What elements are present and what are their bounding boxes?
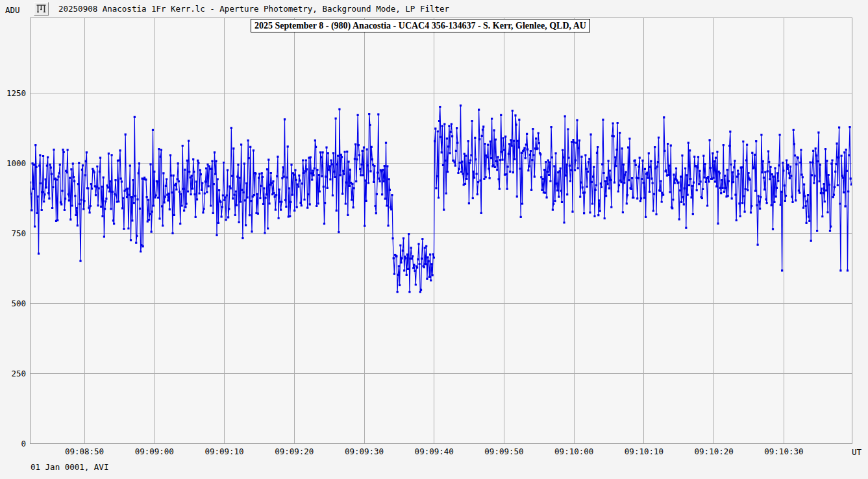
observation-title: 2025 September 8 - (980) Anacostia - UCA… <box>251 19 590 32</box>
y-tick-label: 1250 <box>0 89 26 98</box>
lightcurve-chart-icon[interactable] <box>34 2 49 16</box>
app-window: { "header": { "y_axis_unit": "ADU", "ico… <box>0 0 868 479</box>
lightcurve-icon-glyph <box>36 4 47 14</box>
window-title: 20250908 Anacostia 1Fr Kerr.lc - Apertur… <box>58 4 449 14</box>
y-tick-label: 250 <box>0 369 26 378</box>
x-tick-label: 09:09:10 <box>195 447 254 456</box>
x-tick-label: 09:10:00 <box>545 447 603 456</box>
y-tick-label: 1000 <box>0 159 26 168</box>
date-format-label: 01 Jan 0001, AVI <box>31 462 108 472</box>
y-axis-unit-label: ADU <box>5 5 20 15</box>
x-tick-label: 09:10:30 <box>754 447 813 456</box>
x-tick-label: 09:09:50 <box>475 447 533 456</box>
x-axis-unit-label: UT <box>852 447 862 457</box>
y-tick-label: 500 <box>0 299 26 308</box>
lightcurve-plot-canvas[interactable] <box>30 18 852 444</box>
x-tick-label: 09:09:20 <box>265 447 323 456</box>
y-tick-label: 750 <box>0 229 26 238</box>
x-tick-label: 09:10:20 <box>685 447 743 456</box>
plot-background <box>30 18 852 444</box>
y-tick-label: 0 <box>0 439 26 448</box>
x-tick-label: 09:10:10 <box>615 447 673 456</box>
plot-area <box>30 18 852 444</box>
x-tick-label: 09:08:50 <box>55 447 114 456</box>
x-tick-label: 09:09:00 <box>125 447 184 456</box>
x-tick-label: 09:09:40 <box>405 447 464 456</box>
x-tick-label: 09:09:30 <box>335 447 393 456</box>
